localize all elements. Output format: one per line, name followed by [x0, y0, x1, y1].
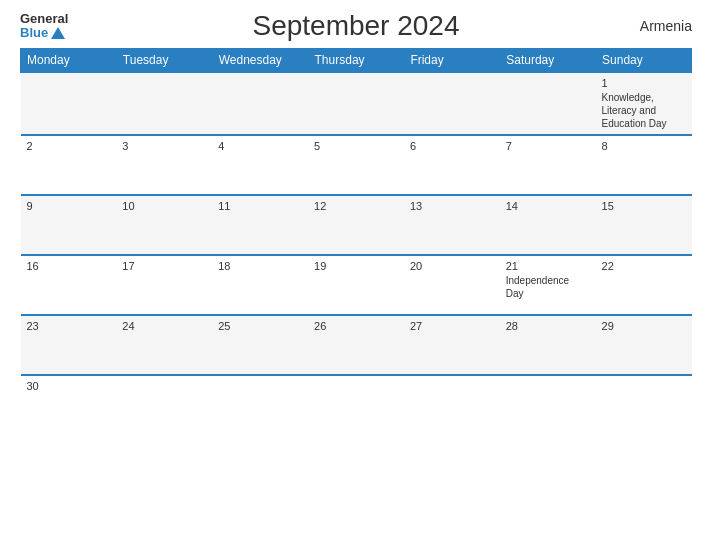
calendar-cell: 20	[404, 255, 500, 315]
calendar-cell	[21, 72, 117, 135]
weekday-header-wednesday: Wednesday	[212, 49, 308, 73]
day-number: 27	[410, 320, 494, 332]
calendar-cell	[308, 72, 404, 135]
logo: General Blue	[20, 12, 68, 41]
day-number: 11	[218, 200, 302, 212]
day-number: 29	[602, 320, 686, 332]
day-number: 14	[506, 200, 590, 212]
day-number: 30	[27, 380, 111, 392]
day-number: 12	[314, 200, 398, 212]
calendar-cell	[212, 72, 308, 135]
day-number: 4	[218, 140, 302, 152]
day-number: 19	[314, 260, 398, 272]
country-label: Armenia	[640, 18, 692, 34]
calendar-cell: 28	[500, 315, 596, 375]
day-number: 1	[602, 77, 686, 89]
logo-blue-text: Blue	[20, 26, 65, 40]
calendar-cell: 7	[500, 135, 596, 195]
day-number: 17	[122, 260, 206, 272]
weekday-header-thursday: Thursday	[308, 49, 404, 73]
calendar-cell: 1Knowledge, Literacy and Education Day	[596, 72, 692, 135]
calendar-cell: 8	[596, 135, 692, 195]
calendar-cell	[308, 375, 404, 425]
day-number: 13	[410, 200, 494, 212]
day-number: 6	[410, 140, 494, 152]
calendar-table: MondayTuesdayWednesdayThursdayFridaySatu…	[20, 48, 692, 425]
day-number: 23	[27, 320, 111, 332]
weekday-header-saturday: Saturday	[500, 49, 596, 73]
calendar-cell: 9	[21, 195, 117, 255]
day-number: 18	[218, 260, 302, 272]
calendar-cell: 18	[212, 255, 308, 315]
week-row-3: 9101112131415	[21, 195, 692, 255]
week-row-1: 1Knowledge, Literacy and Education Day	[21, 72, 692, 135]
calendar-cell	[404, 375, 500, 425]
calendar-cell: 26	[308, 315, 404, 375]
calendar-cell	[500, 72, 596, 135]
logo-triangle-icon	[51, 27, 65, 39]
day-number: 3	[122, 140, 206, 152]
calendar-cell	[500, 375, 596, 425]
calendar-cell: 10	[116, 195, 212, 255]
weekday-header-friday: Friday	[404, 49, 500, 73]
calendar-cell: 12	[308, 195, 404, 255]
week-row-4: 161718192021Independence Day22	[21, 255, 692, 315]
day-number: 8	[602, 140, 686, 152]
calendar-cell	[404, 72, 500, 135]
calendar-header: General Blue September 2024 Armenia	[20, 10, 692, 42]
weekday-header-tuesday: Tuesday	[116, 49, 212, 73]
calendar-cell	[116, 375, 212, 425]
calendar-cell: 6	[404, 135, 500, 195]
day-number: 20	[410, 260, 494, 272]
calendar-cell: 17	[116, 255, 212, 315]
event-label: Knowledge, Literacy and Education Day	[602, 92, 667, 129]
day-number: 10	[122, 200, 206, 212]
day-number: 21	[506, 260, 590, 272]
calendar-cell	[596, 375, 692, 425]
day-number: 9	[27, 200, 111, 212]
calendar-cell: 2	[21, 135, 117, 195]
calendar-cell: 11	[212, 195, 308, 255]
calendar-cell: 21Independence Day	[500, 255, 596, 315]
day-number: 26	[314, 320, 398, 332]
calendar-cell: 24	[116, 315, 212, 375]
week-row-5: 23242526272829	[21, 315, 692, 375]
day-number: 24	[122, 320, 206, 332]
calendar-cell: 22	[596, 255, 692, 315]
weekday-header-monday: Monday	[21, 49, 117, 73]
day-number: 22	[602, 260, 686, 272]
calendar-cell: 25	[212, 315, 308, 375]
day-number: 16	[27, 260, 111, 272]
calendar-cell: 30	[21, 375, 117, 425]
calendar-cell: 27	[404, 315, 500, 375]
day-number: 7	[506, 140, 590, 152]
calendar-cell: 4	[212, 135, 308, 195]
day-number: 2	[27, 140, 111, 152]
day-number: 28	[506, 320, 590, 332]
calendar-cell: 14	[500, 195, 596, 255]
calendar-cell: 23	[21, 315, 117, 375]
calendar-title: September 2024	[252, 10, 459, 42]
weekday-header-row: MondayTuesdayWednesdayThursdayFridaySatu…	[21, 49, 692, 73]
event-label: Independence Day	[506, 275, 569, 299]
calendar-cell: 15	[596, 195, 692, 255]
calendar-cell: 16	[21, 255, 117, 315]
calendar-cell	[116, 72, 212, 135]
day-number: 5	[314, 140, 398, 152]
calendar-cell: 19	[308, 255, 404, 315]
calendar-cell: 29	[596, 315, 692, 375]
day-number: 15	[602, 200, 686, 212]
day-number: 25	[218, 320, 302, 332]
calendar-cell	[212, 375, 308, 425]
calendar-cell: 5	[308, 135, 404, 195]
calendar-cell: 3	[116, 135, 212, 195]
week-row-6: 30	[21, 375, 692, 425]
week-row-2: 2345678	[21, 135, 692, 195]
logo-general-text: General	[20, 12, 68, 26]
weekday-header-sunday: Sunday	[596, 49, 692, 73]
calendar-cell: 13	[404, 195, 500, 255]
